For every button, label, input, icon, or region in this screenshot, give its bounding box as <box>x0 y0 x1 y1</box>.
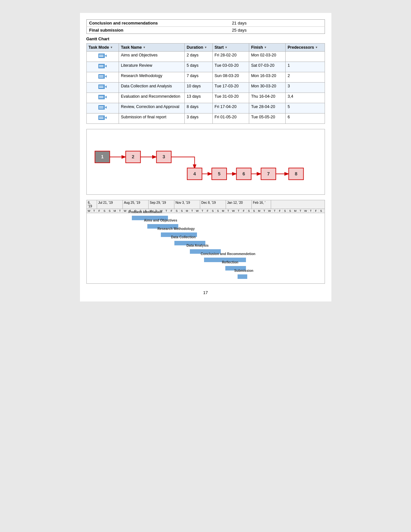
gantt-bar-row: Reflection <box>87 265 325 272</box>
timeline-day: W <box>195 209 200 213</box>
timeline-month: Dec 8, '19 <box>200 200 226 209</box>
timeline-day: M <box>185 209 190 213</box>
task-finish-cell: Mon 30-03-20 <box>249 83 285 93</box>
task-finish-cell: Sat 07-03-20 <box>249 62 285 72</box>
dropdown-arrow[interactable]: ▼ <box>225 46 228 49</box>
task-finish-cell: Tue 05-05-20 <box>249 113 285 124</box>
task-mode-cell <box>86 113 119 124</box>
col-predecessors: Predecessors ▼ <box>286 44 325 52</box>
task-duration-cell: 5 days <box>185 62 213 72</box>
task-duration-cell: 7 days <box>185 72 213 83</box>
timeline-day: T <box>226 209 231 213</box>
page-number: 17 <box>86 290 325 295</box>
timeline-day: M <box>293 209 298 213</box>
task-pred-cell: 3,4 <box>286 93 325 103</box>
svg-rect-16 <box>98 95 105 99</box>
task-name-cell: Data Collection and Analysis <box>119 83 184 93</box>
task-finish-cell: Tue 28-04-20 <box>249 103 285 113</box>
task-pred-cell: 2 <box>286 72 325 83</box>
svg-text:1: 1 <box>101 154 103 160</box>
task-mode-cell <box>86 52 119 62</box>
svg-rect-2 <box>99 55 103 55</box>
dropdown-arrow[interactable]: ▼ <box>204 46 207 49</box>
timeline-day: F <box>205 209 210 213</box>
timeline-day: W <box>303 209 308 213</box>
timeline-day: M <box>257 209 262 213</box>
timeline-month: Sep 29, '19 <box>149 200 174 209</box>
bar-label: Reflection <box>222 260 239 264</box>
timeline-day: T <box>272 209 278 213</box>
timeline-day: F <box>241 209 247 213</box>
summary-label: Conclusion and recommendations <box>86 20 229 27</box>
svg-text:3: 3 <box>162 154 165 160</box>
timeline-day: W <box>231 209 236 213</box>
task-duration-cell: 2 days <box>185 52 213 62</box>
svg-rect-6 <box>99 65 103 66</box>
task-pred-cell: 3 <box>286 83 325 93</box>
task-start-cell: Fri 28-02-20 <box>212 52 249 62</box>
timeline-day: T <box>262 209 267 213</box>
task-pred-cell: 5 <box>286 103 325 113</box>
gantt-chart-label: Gantt Chart <box>86 36 325 41</box>
timeline-day: T <box>164 209 169 213</box>
bar-label: Submission <box>234 269 254 272</box>
svg-text:5: 5 <box>218 171 220 176</box>
gantt-table: Task Mode ▼ Task Name ▼ Duration ▼ Start… <box>86 43 325 124</box>
svg-rect-19 <box>99 97 103 98</box>
network-diagram: 12345678 <box>92 134 319 189</box>
table-row: Data Collection and Analysis 10 days Tue… <box>86 83 325 93</box>
timeline-day: F <box>278 209 283 213</box>
task-duration-cell: 3 days <box>185 113 213 124</box>
col-task-name: Task Name ▼ <box>119 44 184 52</box>
timeline-day: S <box>247 209 252 213</box>
table-row: Literature Review 5 days Tue 03-03-20 Sa… <box>86 62 325 72</box>
svg-rect-27 <box>99 118 103 119</box>
timeline-month: Jan 12, '20 <box>226 200 252 209</box>
task-finish-cell: Mon 02-03-20 <box>249 52 285 62</box>
timeline-day: T <box>308 209 314 213</box>
bar-label: Data Collection <box>171 235 196 239</box>
bar-label: Data Analysis <box>187 243 209 247</box>
task-mode-cell <box>86 62 119 72</box>
timeline-day: S <box>102 209 107 213</box>
timeline-day: T <box>236 209 241 213</box>
timeline-day: T <box>200 209 205 213</box>
svg-rect-11 <box>99 77 103 77</box>
svg-rect-3 <box>99 56 103 57</box>
svg-text:6: 6 <box>242 171 245 176</box>
timeline-day: F <box>169 209 174 213</box>
timeline-day: F <box>314 209 319 213</box>
svg-marker-17 <box>105 96 107 98</box>
task-start-cell: Tue 31-03-20 <box>212 93 249 103</box>
task-start-cell: Tue 03-03-20 <box>212 62 249 72</box>
dropdown-arrow[interactable]: ▼ <box>315 46 318 49</box>
summary-value: 25 days <box>229 27 325 34</box>
dropdown-arrow[interactable]: ▼ <box>110 46 113 49</box>
svg-marker-5 <box>105 65 107 67</box>
timeline-day: T <box>190 209 195 213</box>
timeline-day: S <box>210 209 216 213</box>
dropdown-arrow[interactable]: ▼ <box>264 46 267 49</box>
table-row: Review, Correction and Approval 8 days F… <box>86 103 325 113</box>
svg-rect-7 <box>99 66 103 67</box>
task-start-cell: Tue 17-03-20 <box>212 83 249 93</box>
svg-rect-23 <box>99 108 103 108</box>
dropdown-arrow[interactable]: ▼ <box>143 46 146 49</box>
page: Conclusion and recommendations 21 days F… <box>80 13 331 301</box>
gantt-bar-row: Research Methodology <box>87 231 325 238</box>
timeline-month: Feb 16, ' <box>252 200 271 209</box>
summary-row: Conclusion and recommendations 21 days <box>86 20 325 27</box>
gantt-timeline: 6, '19Jul 21, '19Aug 25, '19Sep 29, '19N… <box>86 200 325 284</box>
svg-marker-25 <box>105 116 107 119</box>
col-finish: Finish ▼ <box>249 44 285 52</box>
table-row: Aims and Objectives 2 days Fri 28-02-20 … <box>86 52 325 62</box>
timeline-month: 6, '19 <box>87 200 97 209</box>
svg-rect-18 <box>99 96 103 97</box>
timeline-day: W <box>123 209 128 213</box>
svg-marker-1 <box>105 54 107 57</box>
svg-rect-20 <box>98 105 105 110</box>
timeline-day: S <box>283 209 288 213</box>
bar-block <box>238 274 247 279</box>
task-duration-cell: 10 days <box>185 83 213 93</box>
task-name-cell: Literature Review <box>119 62 184 72</box>
